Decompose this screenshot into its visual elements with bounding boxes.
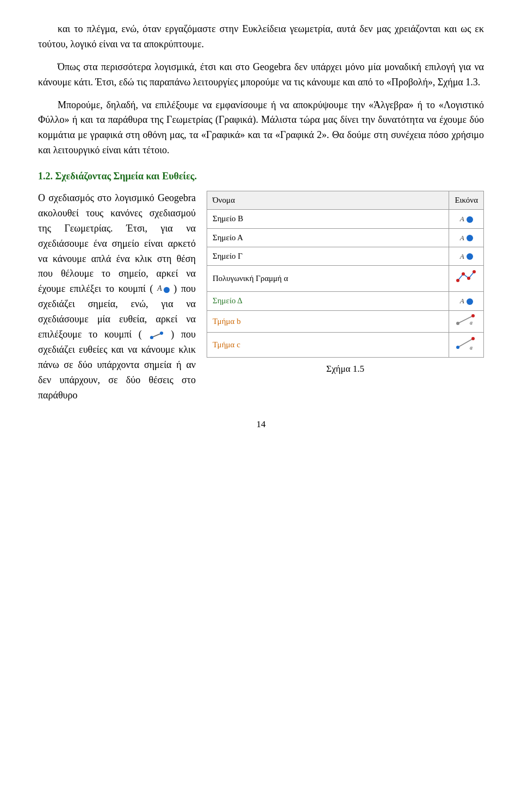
svg-point-3 (456, 279, 459, 282)
line-button-icon (149, 330, 164, 340)
table-row: Σημείο Γ A (207, 247, 484, 265)
row-name: Τμήμα c (207, 332, 449, 357)
row-name: Σημείο Γ (207, 247, 449, 265)
right-column: Όνομα Εικόνα Σημείο Β A Σ (207, 191, 484, 376)
row-name: Σημείο Α (207, 228, 449, 247)
table-row: Τμήμα b a (207, 310, 484, 332)
row-icon: A (449, 210, 484, 228)
svg-point-5 (467, 277, 470, 280)
point-button-icon: A (157, 284, 170, 296)
svg-point-4 (462, 272, 465, 276)
row-icon: a (449, 332, 484, 357)
svg-point-6 (473, 270, 476, 273)
row-name: Σημείο Δ (207, 292, 449, 310)
segment-b-svg: a (456, 314, 477, 326)
two-column-layout: Ο σχεδιασμός στο λογισμικό Geogebra ακολ… (38, 191, 484, 403)
row-icon: A (449, 247, 484, 265)
row-name: Σημείο Β (207, 210, 449, 228)
row-name: Τμήμα b (207, 310, 449, 332)
page-content: και το πλέγμα, ενώ, όταν εργαζόμαστε στη… (38, 22, 484, 403)
table-header-name: Όνομα (207, 191, 449, 210)
figure-table: Όνομα Εικόνα Σημείο Β A Σ (207, 191, 484, 358)
paragraph-1: και το πλέγμα, ενώ, όταν εργαζόμαστε στη… (38, 22, 484, 52)
left-column: Ο σχεδιασμός στο λογισμικό Geogebra ακολ… (38, 191, 196, 403)
table-row: Τμήμα c a (207, 332, 484, 357)
line-segment-svg (149, 330, 164, 340)
table-header-icon: Εικόνα (449, 191, 484, 210)
segment-c-svg: a (456, 335, 477, 351)
table-row: Σημείο Α A (207, 228, 484, 247)
svg-point-12 (456, 346, 459, 349)
svg-text:a: a (470, 345, 473, 351)
paragraph-3: Μπορούμε, δη­λαδή, να επιλέξουμε να εμφα… (38, 98, 484, 159)
table-row: Πολυγωνική Γραμμή α (207, 266, 484, 292)
section-heading: 1.2. Σχεδιάζοντας Σημεία και Ευθείες. (38, 169, 484, 184)
svg-point-8 (456, 322, 459, 325)
table-row: Σημείο Δ A (207, 292, 484, 310)
row-icon: A (449, 228, 484, 247)
page-number: 14 (38, 419, 484, 430)
figure-caption: Σχήμα 1.5 (207, 362, 484, 376)
svg-point-1 (150, 336, 153, 339)
table-row: Σημείο Β A (207, 210, 484, 228)
intro-sentence: Ο σχεδιασμός στο λογισμικό Geogebra ακολ… (38, 192, 196, 294)
svg-point-13 (471, 337, 475, 340)
row-icon (449, 266, 484, 292)
svg-point-2 (160, 332, 163, 335)
paragraph-2: Όπως στα περισσότερα λογισμικά, έτσι και… (38, 60, 484, 90)
row-icon: a (449, 310, 484, 332)
row-name: Πολυγωνική Γραμμή α (207, 266, 449, 292)
row-icon: A (449, 292, 484, 310)
polyline-svg (456, 268, 477, 285)
svg-text:a: a (470, 320, 473, 326)
svg-point-9 (471, 314, 475, 317)
